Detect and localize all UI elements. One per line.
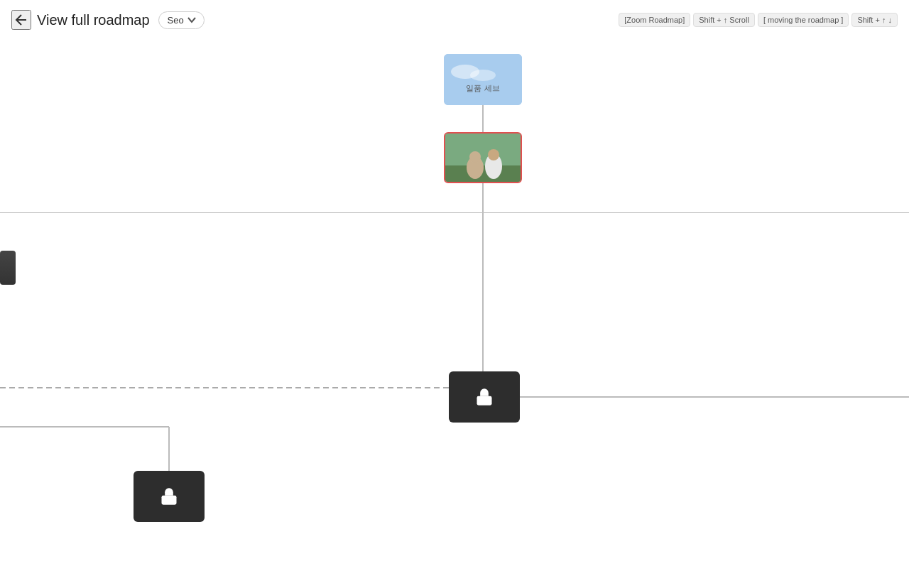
roadmap-canvas[interactable]: 일품 세브 — [0, 40, 909, 588]
page-title: View full roadmap — [37, 12, 150, 28]
header: View full roadmap Seo [Zoom Roadmap] Shi… — [0, 0, 909, 40]
back-button[interactable] — [11, 10, 31, 30]
hint-zoom-shortcut: Shift + ↑ Scroll — [693, 13, 755, 27]
svg-point-9 — [470, 70, 496, 81]
svg-point-16 — [469, 151, 481, 163]
svg-rect-13 — [445, 134, 522, 165]
hint-move-shortcut: Shift + ↑ ↓ — [851, 13, 898, 27]
node-locked-right[interactable] — [449, 371, 520, 423]
svg-point-17 — [488, 149, 499, 160]
hint-zoom-label: [Zoom Roadmap] — [619, 13, 690, 27]
filter-label: Seo — [168, 15, 184, 26]
svg-rect-12 — [445, 165, 522, 183]
edge-thumbnail — [0, 251, 16, 285]
svg-rect-19 — [162, 496, 177, 505]
node-middle[interactable] — [444, 132, 522, 183]
lock-icon-left — [159, 486, 179, 506]
h-divider — [0, 212, 909, 213]
hint-move-label: [ moving the roadmap ] — [758, 13, 849, 27]
lock-icon-right — [474, 387, 494, 407]
header-hints: [Zoom Roadmap] Shift + ↑ Scroll [ moving… — [619, 13, 898, 27]
node-top[interactable]: 일품 세브 — [444, 54, 522, 105]
svg-text:일품 세브: 일품 세브 — [466, 84, 499, 92]
svg-rect-18 — [477, 396, 492, 405]
filter-dropdown[interactable]: Seo — [158, 11, 205, 29]
node-locked-left[interactable] — [134, 471, 205, 522]
